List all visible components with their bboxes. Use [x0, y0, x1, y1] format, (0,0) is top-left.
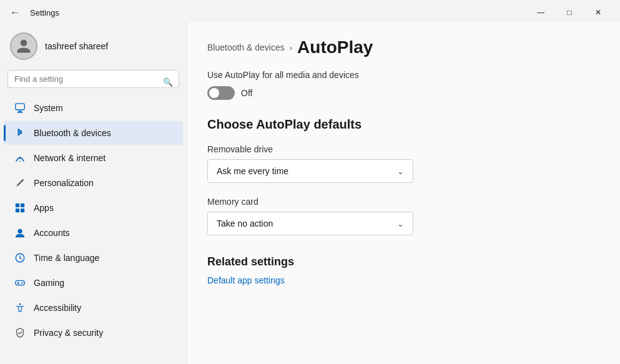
sidebar-item-apps-label: Apps — [34, 203, 54, 213]
system-icon — [14, 102, 26, 114]
breadcrumb-current: AutoPlay — [297, 37, 373, 57]
autoplay-toggle-row: Off — [207, 86, 600, 100]
sidebar-item-privacy[interactable]: Privacy & security — [4, 321, 183, 345]
sidebar-item-apps[interactable]: Apps — [4, 196, 183, 220]
svg-rect-4 — [16, 204, 19, 207]
sidebar-item-time-label: Time & language — [34, 253, 99, 263]
network-icon — [14, 152, 26, 164]
accounts-icon — [14, 227, 26, 239]
memory-card-label: Memory card — [207, 197, 600, 207]
removable-drive-group: Removable drive Ask me every time ⌄ — [207, 144, 600, 183]
sidebar-item-network[interactable]: Network & internet — [4, 146, 183, 170]
app-title: Settings — [30, 8, 59, 17]
minimize-button[interactable]: — — [526, 2, 555, 22]
sidebar-item-privacy-label: Privacy & security — [34, 328, 103, 338]
svg-point-3 — [19, 161, 21, 162]
maximize-button[interactable]: □ — [555, 2, 584, 22]
window-controls: — □ ✕ — [526, 2, 613, 22]
user-section: tashreef shareef — [0, 22, 187, 67]
bluetooth-icon — [14, 127, 26, 139]
sidebar-item-system-label: System — [34, 103, 63, 113]
breadcrumb-parent: Bluetooth & devices — [207, 42, 285, 52]
sidebar-item-gaming-label: Gaming — [34, 278, 64, 288]
memory-card-group: Memory card Take no action ⌄ — [207, 197, 600, 235]
svg-point-8 — [17, 229, 22, 234]
removable-drive-dropdown[interactable]: Ask me every time ⌄ — [207, 159, 413, 183]
search-input[interactable] — [7, 70, 179, 88]
nav-items: System Bluetooth & devices Network & int… — [0, 96, 187, 364]
svg-rect-5 — [21, 204, 24, 207]
default-app-settings-link[interactable]: Default app settings — [207, 275, 285, 285]
toggle-knob — [209, 88, 219, 98]
removable-drive-value: Ask me every time — [217, 166, 288, 176]
memory-card-dropdown[interactable]: Take no action ⌄ — [207, 212, 413, 235]
personalization-icon — [14, 177, 26, 189]
title-bar-left: ← Settings — [7, 6, 59, 19]
sidebar-item-bluetooth[interactable]: Bluetooth & devices — [4, 121, 183, 145]
memory-card-value: Take no action — [217, 219, 273, 229]
search-container: 🔍 — [0, 67, 187, 96]
sidebar-item-bluetooth-label: Bluetooth & devices — [34, 128, 111, 138]
sidebar-item-personalization[interactable]: Personalization — [4, 171, 183, 195]
sidebar-item-accounts[interactable]: Accounts — [4, 221, 183, 245]
svg-rect-7 — [21, 209, 24, 212]
svg-rect-2 — [17, 112, 23, 112]
close-button[interactable]: ✕ — [584, 2, 613, 22]
sidebar-item-accessibility-label: Accessibility — [34, 303, 81, 313]
sidebar-item-personalization-label: Personalization — [34, 178, 94, 188]
sidebar-item-time[interactable]: Time & language — [4, 246, 183, 270]
sidebar-item-gaming[interactable]: Gaming — [4, 271, 183, 295]
sidebar-item-accounts-label: Accounts — [34, 228, 70, 238]
sidebar-item-accessibility[interactable]: Accessibility — [4, 296, 183, 320]
username: tashreef shareef — [45, 41, 108, 51]
autoplay-toggle-label: Use AutoPlay for all media and devices — [207, 70, 600, 80]
sidebar: tashreef shareef 🔍 System Bluetooth & de… — [0, 22, 187, 364]
title-bar: ← Settings — □ ✕ — [0, 0, 620, 22]
svg-point-12 — [22, 282, 24, 283]
memory-card-chevron-icon: ⌄ — [397, 219, 404, 229]
svg-point-11 — [21, 283, 22, 284]
removable-drive-chevron-icon: ⌄ — [397, 167, 404, 176]
sidebar-item-network-label: Network & internet — [34, 153, 106, 163]
related-settings-title: Related settings — [207, 255, 600, 268]
avatar — [10, 32, 37, 60]
breadcrumb-chevron-icon: › — [290, 43, 292, 52]
svg-rect-1 — [18, 111, 21, 112]
app-body: tashreef shareef 🔍 System Bluetooth & de… — [0, 22, 620, 364]
accessibility-icon — [14, 302, 26, 314]
back-button[interactable]: ← — [7, 6, 22, 19]
autoplay-toggle[interactable] — [207, 86, 235, 100]
toggle-state-label: Off — [241, 88, 252, 98]
choose-defaults-title: Choose AutoPlay defaults — [207, 117, 600, 132]
svg-rect-10 — [16, 280, 24, 285]
svg-rect-6 — [16, 209, 19, 212]
apps-icon — [14, 202, 26, 214]
main-content: Bluetooth & devices › AutoPlay Use AutoP… — [187, 22, 620, 364]
breadcrumb: Bluetooth & devices › AutoPlay — [207, 37, 600, 57]
svg-point-13 — [19, 303, 21, 305]
svg-rect-0 — [16, 104, 24, 110]
sidebar-item-system[interactable]: System — [4, 96, 183, 120]
privacy-icon — [14, 327, 26, 339]
time-icon — [14, 252, 26, 264]
gaming-icon — [14, 277, 26, 289]
removable-drive-label: Removable drive — [207, 144, 600, 154]
